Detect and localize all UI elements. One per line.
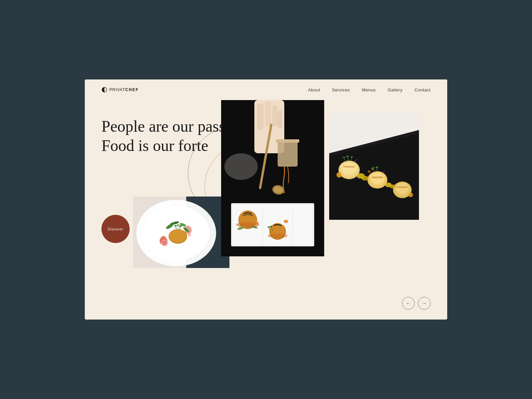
plate-svg	[133, 197, 229, 268]
svg-point-65	[396, 183, 408, 194]
svg-point-70	[390, 185, 396, 189]
next-arrow[interactable]: →	[418, 297, 431, 310]
svg-rect-28	[278, 110, 282, 128]
svg-point-68	[361, 176, 369, 181]
header: PRIVATCHEF About Services Menus Gallery …	[85, 79, 447, 100]
svg-rect-58	[343, 166, 355, 168]
svg-point-77	[346, 156, 349, 157]
svg-rect-25	[257, 103, 264, 130]
svg-point-48	[267, 226, 270, 228]
svg-point-21	[179, 225, 182, 227]
main-content: People are our passion Food is our forte…	[85, 100, 447, 320]
food-image-chef	[221, 100, 324, 256]
chef-svg	[221, 100, 324, 256]
nav: About Services Menus Gallery Contact	[308, 87, 431, 92]
svg-point-15	[188, 233, 191, 236]
svg-rect-32	[278, 140, 298, 167]
svg-point-45	[268, 233, 288, 238]
svg-point-71	[336, 172, 342, 178]
svg-point-78	[350, 156, 353, 158]
nav-gallery[interactable]: Gallery	[388, 87, 403, 92]
svg-point-61	[371, 173, 384, 184]
nav-arrows: ← →	[402, 297, 431, 310]
svg-point-57	[342, 163, 356, 175]
svg-point-82	[375, 167, 378, 168]
prev-arrow[interactable]: ←	[402, 297, 415, 310]
food-image-plate	[133, 197, 229, 268]
nav-services[interactable]: Services	[332, 87, 350, 92]
discover-button[interactable]: Discover	[101, 215, 130, 243]
svg-rect-26	[265, 102, 271, 127]
svg-point-85	[368, 170, 370, 173]
svg-rect-27	[272, 105, 278, 127]
food-image-scallops	[329, 113, 419, 220]
nav-menus[interactable]: Menus	[362, 87, 376, 92]
svg-rect-62	[372, 177, 383, 178]
svg-rect-33	[276, 139, 299, 143]
svg-point-19	[174, 225, 177, 226]
svg-point-72	[408, 193, 413, 197]
nav-about[interactable]: About	[308, 87, 320, 92]
discover-label: Discover	[108, 227, 123, 231]
browser-window: PRIVATCHEF About Services Menus Gallery …	[85, 79, 447, 320]
svg-point-76	[342, 157, 345, 158]
svg-rect-66	[397, 187, 408, 188]
svg-point-50	[253, 221, 259, 225]
logo: PRIVATCHEF	[101, 87, 139, 93]
svg-point-86	[371, 168, 373, 170]
logo-icon	[101, 87, 107, 93]
svg-point-23	[224, 153, 258, 180]
svg-point-51	[284, 220, 288, 223]
svg-point-49	[270, 226, 272, 227]
scallops-svg	[329, 113, 419, 220]
svg-point-6	[169, 229, 187, 242]
logo-text: PRIVATCHEF	[109, 87, 139, 92]
svg-point-20	[177, 224, 180, 226]
nav-contact[interactable]: Contact	[415, 87, 431, 92]
